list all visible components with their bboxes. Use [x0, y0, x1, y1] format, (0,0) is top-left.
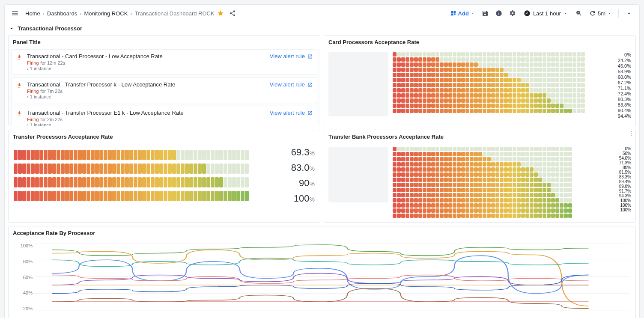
view-alert-link[interactable]: View alert rule — [270, 81, 313, 88]
alert-item[interactable]: Transactional - Card Processor - Low Acc… — [11, 49, 317, 75]
time-range-picker[interactable]: Last 1 hour — [520, 8, 571, 18]
refresh-dropdown[interactable]: 5m — [587, 9, 614, 18]
row-title: Transactional Processor — [18, 25, 82, 32]
heatmap — [393, 147, 611, 218]
firing-label: Firing — [27, 89, 39, 94]
panel-title: Transfer Bank Processors Acceptance Rate — [324, 130, 635, 143]
chevron-up-icon[interactable] — [623, 7, 635, 19]
chevron-down-icon — [9, 26, 14, 31]
star-icon[interactable] — [217, 10, 224, 17]
gear-icon[interactable] — [507, 7, 519, 19]
fire-icon — [16, 82, 23, 89]
svg-point-3 — [631, 133, 632, 134]
alert-list: Transactional - Card Processor - Low Acc… — [9, 49, 320, 126]
svg-point-4 — [631, 135, 632, 136]
heat-value: 80% — [623, 166, 631, 170]
breadcrumb-dashboards[interactable]: Dashboards — [47, 10, 77, 17]
panel-title: Acceptance Rate By Processor — [9, 226, 635, 240]
panel-line-chart: Acceptance Rate By Processor 100%80%60%4… — [8, 226, 636, 318]
heat-value: 58.9% — [618, 69, 631, 74]
panel-alerts: Panel Title Transactional - Card Process… — [8, 35, 320, 126]
view-alert-link[interactable]: View alert rule — [270, 53, 313, 59]
panel-title: Panel Title — [9, 36, 320, 49]
heat-value: 89.4% — [619, 180, 631, 184]
add-button[interactable]: Add — [448, 7, 477, 19]
heat-value: 50% — [623, 152, 631, 156]
legend-placeholder — [328, 52, 388, 116]
heat-value: 60.0% — [618, 74, 631, 80]
heat-value: 0% — [624, 52, 631, 57]
legend-placeholder — [328, 147, 388, 202]
instances[interactable]: › 1 instance — [27, 122, 265, 126]
heat-value: 83.8% — [618, 102, 631, 107]
breadcrumb-parent[interactable]: Monitoring ROCK — [84, 10, 128, 17]
panel-title: Card Processors Acceptance Rate — [324, 36, 635, 49]
firing-label: Firing — [27, 117, 39, 122]
line-chart[interactable]: 100%80%60%40%20%0% 23:3023:3523:4023:452… — [9, 240, 635, 318]
menu-icon[interactable] — [9, 7, 21, 19]
alert-item[interactable]: Transactional - Transfer Processor k - L… — [11, 77, 317, 103]
zoom-out-icon[interactable] — [573, 7, 585, 19]
stat-value: 100% — [294, 193, 315, 204]
stat-value: 90% — [299, 178, 315, 189]
alert-name: Transactional - Transfer Processor E1 k … — [27, 110, 265, 116]
value-list: 69.3%83.0%90%100% — [291, 147, 315, 204]
header-toolbar: Add Last 1 hour — [448, 7, 635, 19]
heat-value: 71.1% — [618, 86, 631, 91]
heatmap — [14, 150, 284, 201]
heat-value: 80.3% — [618, 97, 631, 102]
stat-value: 83.0% — [291, 162, 315, 173]
fire-icon — [16, 110, 23, 117]
heat-value: 72.4% — [618, 91, 631, 96]
panel-transfer-bank: Transfer Bank Processors Acceptance Rate… — [324, 130, 636, 223]
kebab-icon[interactable] — [628, 130, 635, 137]
panel-title: Transfer Processors Acceptance Rate — [9, 130, 320, 143]
instances[interactable]: › 1 instance — [27, 94, 265, 99]
heat-value: 100% — [620, 208, 631, 212]
breadcrumb-current: Transactional Dashboard ROCK — [135, 10, 215, 17]
panel-card-processors: Card Processors Acceptance Rate 0%24.2%4… — [324, 35, 636, 126]
view-alert-link[interactable]: View alert rule — [270, 110, 313, 116]
instances[interactable]: › 1 instance — [27, 66, 265, 71]
fire-icon — [16, 54, 23, 61]
heat-value: 24.2% — [618, 58, 631, 63]
firing-label: Firing — [27, 60, 39, 65]
breadcrumb-home[interactable]: Home — [25, 10, 40, 17]
heat-value: 94.4% — [618, 113, 631, 119]
row-header[interactable]: Transactional Processor — [5, 22, 639, 35]
header: Home › Dashboards › Monitoring ROCK › Tr… — [5, 5, 639, 22]
heat-value: 45.0% — [618, 63, 631, 68]
svg-rect-1 — [454, 13, 455, 15]
heat-value: 0% — [625, 147, 631, 151]
save-icon[interactable] — [479, 7, 491, 19]
svg-point-2 — [631, 131, 632, 132]
heat-value: 54.0% — [619, 156, 631, 160]
value-list: 0%50%54.0%71.3%80%81.5%83.3%89.4%89.8%91… — [616, 147, 631, 218]
breadcrumb: Home › Dashboards › Monitoring ROCK › Tr… — [25, 7, 444, 19]
stat-value: 69.3% — [291, 147, 315, 158]
y-axis: 100%80%60%40%20%0% — [12, 243, 33, 318]
value-list: 0%24.2%45.0%58.9%60.0%67.2%71.1%72.4%80.… — [614, 52, 631, 119]
panel-transfer-processors: Transfer Processors Acceptance Rate 69.3… — [8, 130, 320, 223]
info-icon[interactable] — [493, 7, 505, 19]
alert-name: Transactional - Card Processor - Low Acc… — [27, 53, 265, 59]
heat-value: 90.4% — [618, 108, 631, 113]
share-icon[interactable] — [227, 7, 239, 19]
heat-value: 81.5% — [619, 170, 631, 175]
heat-value: 91.7% — [619, 189, 631, 193]
heat-value: 71.3% — [619, 161, 631, 165]
heat-value: 100% — [620, 199, 631, 203]
heat-value: 89.8% — [619, 184, 631, 189]
alert-name: Transactional - Transfer Processor k - L… — [27, 81, 265, 88]
heat-value: 100% — [620, 203, 631, 208]
heat-value: 67.2% — [618, 80, 631, 85]
alert-item[interactable]: Transactional - Transfer Processor E1 k … — [11, 106, 317, 126]
heat-value: 83.3% — [619, 175, 631, 179]
heat-value: 94.3% — [619, 194, 631, 198]
heatmap — [393, 52, 610, 119]
